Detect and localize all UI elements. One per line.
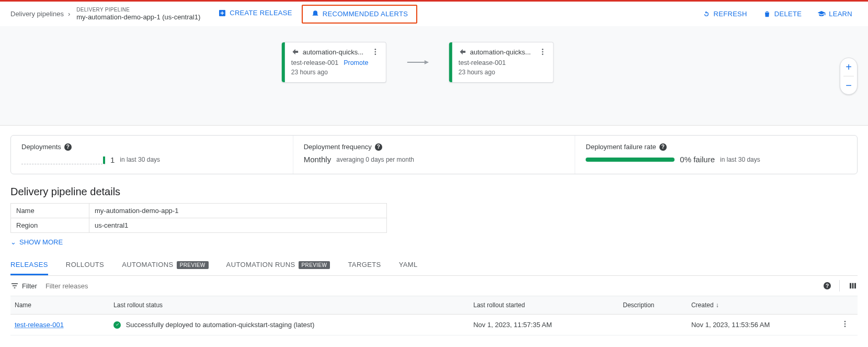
sort-desc-icon: ↓ <box>716 301 719 309</box>
tab-automation-runs[interactable]: Automation runsPreview <box>226 255 330 275</box>
help-icon[interactable]: ? <box>375 143 382 151</box>
col-description[interactable]: Description <box>619 296 687 315</box>
target-icon <box>459 48 467 56</box>
recommended-alerts-button[interactable]: Recommended alerts <box>306 6 413 23</box>
detail-row: Region us-central1 <box>11 218 387 233</box>
refresh-button[interactable]: Refresh <box>697 6 752 23</box>
col-label: Created <box>691 301 714 309</box>
detail-key: Name <box>11 204 89 218</box>
metric-title: Deployment failure rate <box>586 143 656 151</box>
show-more-button[interactable]: ⌄ Show more <box>10 238 858 246</box>
release-link[interactable]: test-release-001 <box>15 321 64 329</box>
preview-badge: Preview <box>177 261 209 269</box>
breadcrumb-title: my-automation-demo-app-1 (us-central1) <box>76 13 200 21</box>
stage-age: 23 hours ago <box>459 69 547 76</box>
svg-point-8 <box>844 326 846 327</box>
tab-label: Rollouts <box>66 261 104 268</box>
metric-value: 0% failure <box>680 155 715 164</box>
table-row[interactable]: test-release-001 Successfully deployed t… <box>10 315 858 335</box>
kebab-icon[interactable] <box>841 320 849 328</box>
learn-button[interactable]: Learn <box>812 6 858 23</box>
trash-icon <box>763 10 771 18</box>
breadcrumb: Delivery pipelines › DELIVERY PIPELINE m… <box>10 7 200 21</box>
chevron-down-icon: ⌄ <box>10 238 16 246</box>
metric-suffix: averaging 0 days per month <box>336 156 414 163</box>
description-cell <box>619 315 687 335</box>
create-release-label: Create release <box>230 9 292 17</box>
svg-point-6 <box>844 321 846 322</box>
chevron-right-icon: › <box>68 10 70 18</box>
svg-point-5 <box>542 53 543 55</box>
metric-suffix: in last 30 days <box>720 156 760 163</box>
add-box-icon <box>218 9 226 17</box>
toolbar: Delivery pipelines › DELIVERY PIPELINE m… <box>0 0 868 26</box>
zoom-control: + − <box>840 58 858 95</box>
svg-point-4 <box>542 51 543 53</box>
svg-point-7 <box>844 323 846 325</box>
created-cell: Nov 1, 2023, 11:53:56 AM <box>687 315 837 335</box>
metric-suffix: in last 30 days <box>120 156 160 163</box>
recommended-alerts-label: Recommended alerts <box>323 10 408 18</box>
help-icon[interactable]: ? <box>659 143 667 151</box>
metric-deployments: Deployments ? 1 in last 30 days <box>11 136 293 174</box>
col-created[interactable]: Created↓ <box>687 296 837 315</box>
col-started[interactable]: Last rollout started <box>469 296 619 315</box>
metric-value: Monthly <box>304 155 332 164</box>
stage-age: 23 hours ago <box>291 69 380 76</box>
tabs: Releases Rollouts AutomationsPreview Aut… <box>10 255 858 276</box>
details-heading: Delivery pipeline details <box>10 186 858 198</box>
zoom-in-button[interactable]: + <box>840 58 858 76</box>
kebab-icon[interactable] <box>539 48 547 56</box>
preview-badge: Preview <box>299 261 330 269</box>
metrics-panel: Deployments ? 1 in last 30 days Deployme… <box>10 135 858 174</box>
help-icon[interactable]: ? <box>64 143 72 151</box>
pipeline-stage[interactable]: automation-quicks... test-release-001 Pr… <box>282 42 386 83</box>
metric-failure: Deployment failure rate ? 0% failure in … <box>575 136 857 174</box>
col-name[interactable]: Name <box>10 296 109 315</box>
tab-rollouts[interactable]: Rollouts <box>66 255 104 275</box>
kebab-icon[interactable] <box>371 48 380 56</box>
promote-link[interactable]: Promote <box>344 59 368 66</box>
detail-key: Region <box>11 218 89 233</box>
tab-targets[interactable]: Targets <box>348 255 381 275</box>
tab-automations[interactable]: AutomationsPreview <box>122 255 208 275</box>
tab-yaml[interactable]: YAML <box>399 255 418 275</box>
tab-releases[interactable]: Releases <box>10 255 48 275</box>
col-status[interactable]: Last rollout status <box>109 296 469 315</box>
tab-label: Releases <box>10 261 48 268</box>
filter-input[interactable] <box>44 282 824 290</box>
releases-table: Name Last rollout status Last rollout st… <box>10 296 858 335</box>
pipeline-canvas[interactable]: automation-quicks... test-release-001 Pr… <box>0 26 868 126</box>
refresh-label: Refresh <box>714 10 747 18</box>
tab-label: Automation runs <box>226 261 295 268</box>
svg-point-0 <box>374 49 376 50</box>
svg-point-1 <box>374 51 376 53</box>
target-icon <box>291 48 300 56</box>
learn-label: Learn <box>829 10 852 18</box>
details-table: Name my-automation-demo-app-1 Region us-… <box>10 203 387 233</box>
bell-add-icon <box>311 10 319 18</box>
detail-value: my-automation-demo-app-1 <box>89 204 387 218</box>
delete-button[interactable]: Delete <box>758 6 807 23</box>
success-icon <box>113 321 121 329</box>
breadcrumb-kicker: DELIVERY PIPELINE <box>76 7 200 13</box>
filter-bar: Filter ? <box>10 276 858 296</box>
svg-point-2 <box>374 53 376 55</box>
breadcrumb-root[interactable]: Delivery pipelines <box>10 10 64 18</box>
sparkline <box>21 155 105 164</box>
pipeline-stage[interactable]: automation-quicks... test-release-001 23… <box>449 42 554 83</box>
create-release-button[interactable]: Create release <box>213 5 298 21</box>
detail-value: us-central1 <box>89 218 387 233</box>
tab-label: YAML <box>399 261 418 268</box>
graduation-cap-icon <box>817 10 826 18</box>
help-icon[interactable]: ? <box>824 282 831 289</box>
metric-title: Deployment frequency <box>304 143 372 151</box>
stage-name: automation-quicks... <box>470 48 535 56</box>
status-text: Successfully deployed to automation-quic… <box>126 321 315 329</box>
tab-label: Targets <box>348 261 381 268</box>
stage-name: automation-quicks... <box>303 48 368 56</box>
metric-value: 1 <box>110 155 115 164</box>
columns-icon[interactable] <box>848 281 858 290</box>
zoom-out-button[interactable]: − <box>840 76 858 94</box>
stage-release: test-release-001 <box>291 59 338 66</box>
